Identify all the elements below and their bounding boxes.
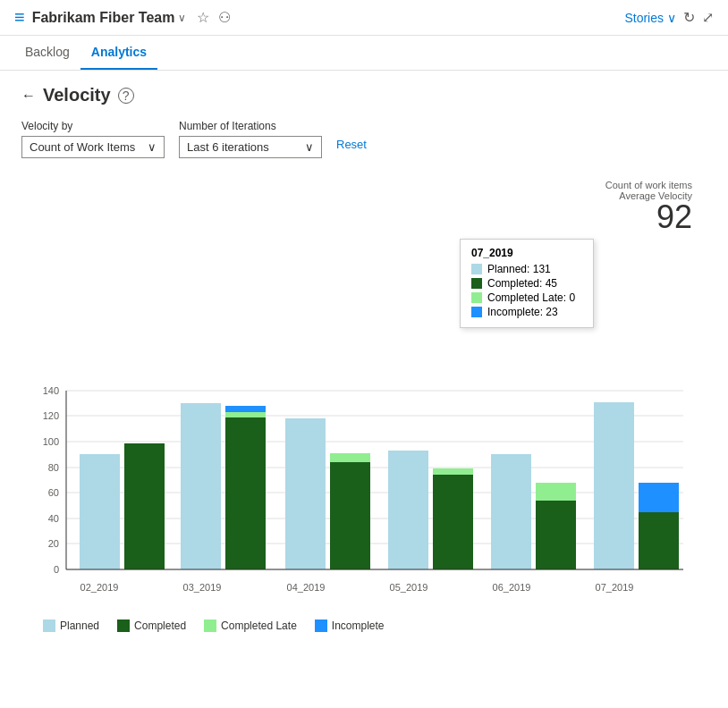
stories-chevron-icon: ∨ (667, 11, 676, 25)
bar-completed-05 (433, 475, 473, 569)
page-header: ← Velocity ? (21, 85, 707, 105)
svg-text:0: 0 (54, 564, 59, 575)
tooltip-row-completed: Completed: 45 (471, 277, 582, 290)
iterations-value: Last 6 iterations (187, 140, 269, 154)
tooltip-planned-label: Planned: 131 (487, 263, 551, 275)
svg-text:06_2019: 06_2019 (493, 582, 531, 593)
bar-planned-06 (491, 454, 531, 569)
bar-planned-02 (80, 454, 120, 569)
tooltip-row-completed-late: Completed Late: 0 (471, 291, 582, 304)
tooltip-completed-late-label: Completed Late: 0 (487, 291, 575, 304)
velocity-by-label: Velocity by (21, 120, 165, 132)
iterations-label: Number of Iterations (179, 120, 322, 132)
iterations-chevron-icon: ∨ (305, 140, 314, 154)
legend-planned-swatch (43, 620, 55, 632)
svg-text:03_2019: 03_2019 (183, 582, 222, 593)
velocity-by-value: Count of Work Items (30, 140, 135, 154)
filters-row: Velocity by Count of Work Items ∨ Number… (21, 120, 707, 158)
nav-tabs: Backlog Analytics (0, 36, 728, 71)
svg-text:02_2019: 02_2019 (80, 582, 119, 593)
legend-item-planned: Planned (43, 620, 99, 632)
tooltip-completed-late-swatch (471, 292, 482, 303)
refresh-icon[interactable]: ↻ (683, 9, 695, 26)
app-icon: ≡ (14, 7, 25, 28)
avg-label-line1: Count of work items (605, 180, 692, 190)
iterations-dropdown[interactable]: Last 6 iterations ∨ (179, 136, 322, 158)
bar-completed-late-03 (225, 412, 266, 417)
team-chevron-icon[interactable]: ∨ (178, 12, 186, 24)
back-button[interactable]: ← (21, 88, 36, 104)
tooltip-completed-swatch (471, 278, 482, 289)
svg-text:80: 80 (48, 462, 59, 473)
bar-planned-07 (594, 402, 634, 569)
svg-text:07_2019: 07_2019 (596, 582, 634, 593)
legend-incomplete-label: Incomplete (332, 620, 385, 632)
svg-text:05_2019: 05_2019 (390, 582, 428, 593)
help-icon[interactable]: ? (118, 88, 134, 104)
svg-text:140: 140 (43, 385, 59, 396)
app-header: ≡ Fabrikam Fiber Team ∨ ☆ ⚇ Stories ∨ ↻ … (0, 0, 728, 36)
bar-planned-04 (285, 418, 326, 569)
tooltip-incomplete-swatch (471, 307, 482, 317)
tooltip-completed-label: Completed: 45 (487, 277, 557, 290)
chart-area: 0 20 40 60 80 100 120 140 (21, 194, 707, 605)
bar-incomplete-03 (225, 406, 266, 412)
bar-incomplete-07 (639, 483, 679, 512)
legend-item-completed-late: Completed Late (204, 620, 297, 632)
bar-completed-06 (536, 501, 576, 569)
velocity-by-dropdown[interactable]: Count of Work Items ∨ (21, 136, 165, 158)
legend-completed-late-label: Completed Late (221, 620, 297, 632)
page-title: Velocity (43, 85, 111, 105)
team-name: Fabrikam Fiber Team (32, 10, 175, 26)
expand-icon[interactable]: ⤢ (702, 9, 714, 26)
bar-completed-03 (225, 417, 266, 569)
tooltip-row-incomplete: Incomplete: 23 (471, 306, 582, 318)
tooltip-incomplete-label: Incomplete: 23 (487, 306, 558, 318)
chart-legend: Planned Completed Completed Late Incompl… (21, 612, 707, 636)
svg-text:100: 100 (43, 436, 59, 447)
favorite-star-icon[interactable]: ☆ (197, 9, 209, 26)
tooltip-title: 07_2019 (471, 247, 582, 259)
legend-completed-late-swatch (204, 620, 216, 632)
bar-planned-05 (388, 451, 428, 569)
bar-completed-02 (124, 443, 165, 569)
svg-text:40: 40 (48, 513, 59, 524)
chart-tooltip: 07_2019 Planned: 131 Completed: 45 Compl… (460, 239, 594, 328)
legend-incomplete-swatch (315, 620, 327, 632)
bar-planned-03 (181, 403, 221, 569)
stories-label: Stories (624, 11, 664, 25)
iterations-filter: Number of Iterations Last 6 iterations ∨ (179, 120, 322, 158)
team-members-icon[interactable]: ⚇ (218, 9, 231, 26)
legend-completed-swatch (117, 620, 130, 632)
tooltip-row-planned: Planned: 131 (471, 263, 582, 275)
svg-text:04_2019: 04_2019 (287, 582, 326, 593)
legend-item-completed: Completed (117, 620, 186, 632)
tab-backlog[interactable]: Backlog (14, 36, 80, 70)
legend-completed-label: Completed (134, 620, 186, 632)
bar-completed-late-05 (433, 468, 473, 475)
bar-completed-late-04 (330, 453, 370, 462)
tab-analytics[interactable]: Analytics (80, 36, 157, 70)
svg-text:120: 120 (43, 410, 59, 421)
main-content: ← Velocity ? Velocity by Count of Work I… (0, 71, 728, 650)
svg-text:20: 20 (48, 538, 59, 549)
tooltip-planned-swatch (471, 264, 482, 274)
bar-completed-late-06 (536, 483, 576, 501)
legend-planned-label: Planned (60, 620, 99, 632)
bar-completed-04 (330, 462, 370, 569)
stories-dropdown-button[interactable]: Stories ∨ (624, 11, 676, 25)
velocity-by-filter: Velocity by Count of Work Items ∨ (21, 120, 165, 158)
velocity-by-chevron-icon: ∨ (148, 140, 157, 154)
svg-text:60: 60 (48, 487, 59, 498)
legend-item-incomplete: Incomplete (315, 620, 385, 632)
chart-container: Count of work items Average Velocity 92 … (21, 180, 707, 612)
velocity-chart-svg: 0 20 40 60 80 100 120 140 (21, 194, 701, 605)
reset-button[interactable]: Reset (336, 138, 367, 151)
bar-completed-07 (639, 512, 679, 569)
header-right-controls: Stories ∨ ↻ ⤢ (624, 9, 714, 26)
